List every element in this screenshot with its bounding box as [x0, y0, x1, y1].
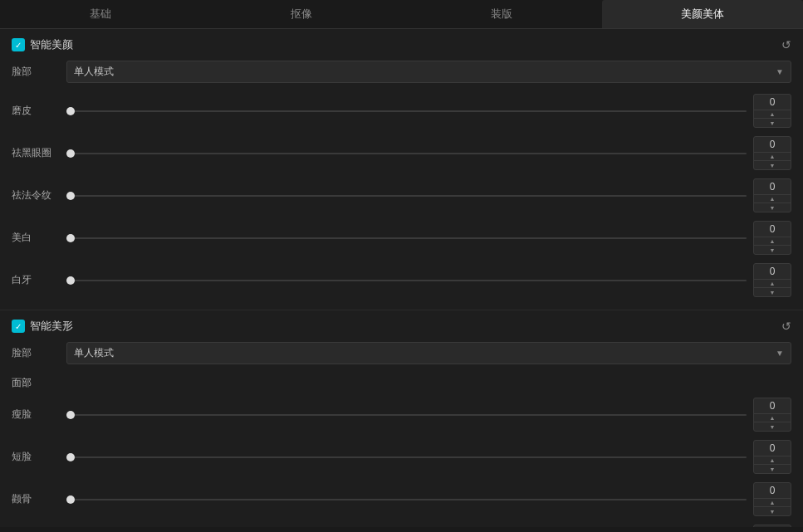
- smart-shape-title: 智能美形: [30, 319, 73, 334]
- smart-face-section: 智能美颜 ↺ 脸部 单人模式 ▼ 磨皮: [0, 29, 803, 310]
- slider-track-mopi[interactable]: [66, 103, 747, 120]
- number-down-shoulian[interactable]: ▼: [754, 422, 791, 431]
- smart-shape-mode-dropdown[interactable]: 单人模式 ▼: [66, 342, 791, 364]
- smart-shape-mode-value: 单人模式: [74, 346, 114, 360]
- smart-face-reset[interactable]: ↺: [781, 38, 791, 51]
- number-up-shoulian[interactable]: ▲: [754, 414, 791, 422]
- number-arrows-baiya: ▲ ▼: [754, 280, 791, 296]
- slider-thumb-baiya[interactable]: [66, 276, 75, 285]
- number-input-xiahege: 0 ▲ ▼: [753, 525, 791, 527]
- number-value-shoulian: 0: [754, 398, 791, 414]
- smart-face-checkbox[interactable]: [12, 38, 25, 51]
- number-down-falingwen[interactable]: ▼: [754, 203, 791, 212]
- number-input-zhuheiyanquan: 0 ▲ ▼: [753, 136, 791, 170]
- slider-row-falingwen: 祛法令纹 0 ▲ ▼: [12, 174, 791, 217]
- slider-label-shoulian: 瘦脸: [12, 408, 60, 422]
- smart-face-dropdown-row: 脸部 单人模式 ▼: [12, 61, 791, 83]
- slider-track-bg-falingwen: [66, 195, 747, 197]
- slider-label-duanlian: 短脸: [12, 450, 60, 464]
- slider-track-bg-shoulian: [66, 414, 747, 416]
- smart-shape-checkbox[interactable]: [12, 320, 25, 333]
- smart-face-mode-value: 单人模式: [74, 65, 114, 79]
- number-down-zhuheiyanquan[interactable]: ▼: [754, 161, 791, 169]
- smart-face-title: 智能美颜: [30, 37, 73, 52]
- smart-shape-sub-label: 面部: [12, 371, 791, 393]
- slider-thumb-duanlian[interactable]: [66, 453, 75, 461]
- app-container: 基础 抠像 装版 美颜美体 智能美颜 ↺ 脸部 单人模式 ▼: [0, 0, 803, 527]
- slider-track-baiya[interactable]: [66, 272, 747, 289]
- slider-thumb-segu[interactable]: [66, 495, 75, 504]
- smart-shape-dropdown-row: 脸部 单人模式 ▼: [12, 342, 791, 364]
- slider-track-bg-meibai: [66, 237, 747, 239]
- number-input-meibai: 0 ▲ ▼: [753, 221, 791, 255]
- slider-row-meibai: 美白 0 ▲ ▼: [12, 217, 791, 259]
- number-value-meibai: 0: [754, 222, 791, 237]
- number-up-meibai[interactable]: ▲: [754, 237, 791, 246]
- number-arrows-falingwen: ▲ ▼: [754, 195, 791, 212]
- tab-basic[interactable]: 基础: [0, 0, 201, 28]
- tab-layout[interactable]: 装版: [402, 0, 603, 28]
- tab-beauty[interactable]: 美颜美体: [602, 0, 803, 28]
- number-arrows-mopi: ▲ ▼: [754, 110, 791, 127]
- number-down-duanlian[interactable]: ▼: [754, 465, 791, 473]
- number-input-shoulian: 0 ▲ ▼: [753, 398, 791, 432]
- number-input-mopi: 0 ▲ ▼: [753, 94, 791, 128]
- main-content: 智能美颜 ↺ 脸部 单人模式 ▼ 磨皮: [0, 29, 803, 527]
- slider-thumb-falingwen[interactable]: [66, 192, 75, 200]
- slider-track-duanlian[interactable]: [66, 449, 747, 466]
- number-down-segu[interactable]: ▼: [754, 507, 791, 515]
- number-input-duanlian: 0 ▲ ▼: [753, 440, 791, 474]
- smart-shape-header: 智能美形 ↺: [12, 319, 791, 334]
- number-down-baiya[interactable]: ▼: [754, 288, 791, 296]
- slider-track-shoulian[interactable]: [66, 407, 747, 423]
- smart-shape-title-group: 智能美形: [12, 319, 73, 334]
- slider-track-falingwen[interactable]: [66, 188, 747, 204]
- smart-shape-reset[interactable]: ↺: [781, 320, 791, 333]
- slider-label-mopi: 磨皮: [12, 104, 60, 118]
- smart-face-face-label: 脸部: [12, 65, 60, 79]
- smart-face-chevron-icon: ▼: [776, 67, 784, 76]
- slider-track-zhuheiyanquan[interactable]: [66, 145, 747, 162]
- number-arrows-segu: ▲ ▼: [754, 499, 791, 515]
- number-arrows-duanlian: ▲ ▼: [754, 456, 791, 473]
- slider-row-shoulian: 瘦脸 0 ▲ ▼: [12, 393, 791, 436]
- number-up-duanlian[interactable]: ▲: [754, 456, 791, 465]
- slider-track-segu[interactable]: [66, 491, 747, 508]
- slider-thumb-mopi[interactable]: [66, 107, 75, 115]
- number-input-baiya: 0 ▲ ▼: [753, 263, 791, 297]
- number-value-duanlian: 0: [754, 441, 791, 456]
- slider-track-bg-duanlian: [66, 456, 747, 458]
- number-value-mopi: 0: [754, 95, 791, 110]
- number-value-baiya: 0: [754, 264, 791, 280]
- number-value-falingwen: 0: [754, 179, 791, 195]
- slider-thumb-zhuheiyanquan[interactable]: [66, 149, 75, 158]
- smart-face-header: 智能美颜 ↺: [12, 37, 791, 52]
- number-value-segu: 0: [754, 483, 791, 499]
- smart-face-mode-dropdown[interactable]: 单人模式 ▼: [66, 61, 791, 83]
- slider-row-baiya: 白牙 0 ▲ ▼: [12, 259, 791, 301]
- smart-shape-section: 智能美形 ↺ 脸部 单人模式 ▼ 面部 瘦脸: [0, 310, 803, 527]
- number-up-segu[interactable]: ▲: [754, 499, 791, 507]
- number-up-baiya[interactable]: ▲: [754, 280, 791, 288]
- slider-label-baiya: 白牙: [12, 273, 60, 287]
- number-input-segu: 0 ▲ ▼: [753, 482, 791, 516]
- slider-track-meibai[interactable]: [66, 230, 747, 246]
- slider-row-xiahege: 下颌骨 0 ▲ ▼: [12, 520, 791, 527]
- number-up-zhuheiyanquan[interactable]: ▲: [754, 153, 791, 161]
- number-arrows-meibai: ▲ ▼: [754, 237, 791, 254]
- slider-label-meibai: 美白: [12, 231, 60, 245]
- slider-track-bg-baiya: [66, 280, 747, 281]
- slider-thumb-meibai[interactable]: [66, 234, 75, 242]
- slider-label-zhuheiyanquan: 祛黑眼圈: [12, 146, 60, 160]
- number-up-mopi[interactable]: ▲: [754, 110, 791, 119]
- tab-portrait[interactable]: 抠像: [201, 0, 402, 28]
- slider-row-mopi: 磨皮 0 ▲ ▼: [12, 90, 791, 132]
- number-up-falingwen[interactable]: ▲: [754, 195, 791, 203]
- smart-shape-face-label: 脸部: [12, 346, 60, 360]
- smart-face-title-group: 智能美颜: [12, 37, 73, 52]
- number-value-xiahege: 0: [754, 525, 791, 527]
- number-down-meibai[interactable]: ▼: [754, 246, 791, 254]
- slider-track-bg-zhuheiyanquan: [66, 153, 747, 154]
- slider-thumb-shoulian[interactable]: [66, 411, 75, 419]
- number-down-mopi[interactable]: ▼: [754, 119, 791, 127]
